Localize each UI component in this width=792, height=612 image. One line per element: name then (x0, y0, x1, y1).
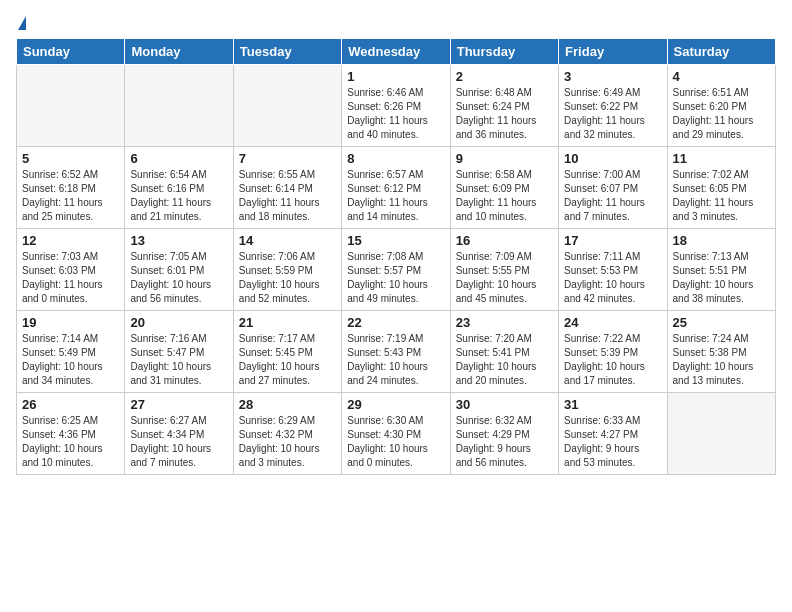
calendar-cell: 22Sunrise: 7:19 AM Sunset: 5:43 PM Dayli… (342, 311, 450, 393)
calendar-cell: 15Sunrise: 7:08 AM Sunset: 5:57 PM Dayli… (342, 229, 450, 311)
calendar-week-row: 5Sunrise: 6:52 AM Sunset: 6:18 PM Daylig… (17, 147, 776, 229)
calendar-cell: 7Sunrise: 6:55 AM Sunset: 6:14 PM Daylig… (233, 147, 341, 229)
day-info: Sunrise: 7:05 AM Sunset: 6:01 PM Dayligh… (130, 250, 227, 306)
day-info: Sunrise: 6:51 AM Sunset: 6:20 PM Dayligh… (673, 86, 770, 142)
day-info: Sunrise: 6:25 AM Sunset: 4:36 PM Dayligh… (22, 414, 119, 470)
weekday-header-friday: Friday (559, 39, 667, 65)
calendar-cell: 30Sunrise: 6:32 AM Sunset: 4:29 PM Dayli… (450, 393, 558, 475)
day-number: 9 (456, 151, 553, 166)
day-number: 14 (239, 233, 336, 248)
weekday-header-monday: Monday (125, 39, 233, 65)
weekday-header-wednesday: Wednesday (342, 39, 450, 65)
day-info: Sunrise: 6:32 AM Sunset: 4:29 PM Dayligh… (456, 414, 553, 470)
day-info: Sunrise: 7:11 AM Sunset: 5:53 PM Dayligh… (564, 250, 661, 306)
calendar-cell: 17Sunrise: 7:11 AM Sunset: 5:53 PM Dayli… (559, 229, 667, 311)
day-info: Sunrise: 6:33 AM Sunset: 4:27 PM Dayligh… (564, 414, 661, 470)
calendar-cell (667, 393, 775, 475)
calendar-cell: 23Sunrise: 7:20 AM Sunset: 5:41 PM Dayli… (450, 311, 558, 393)
day-info: Sunrise: 7:16 AM Sunset: 5:47 PM Dayligh… (130, 332, 227, 388)
day-number: 21 (239, 315, 336, 330)
calendar-cell: 20Sunrise: 7:16 AM Sunset: 5:47 PM Dayli… (125, 311, 233, 393)
page-container: SundayMondayTuesdayWednesdayThursdayFrid… (0, 0, 792, 483)
calendar-cell: 4Sunrise: 6:51 AM Sunset: 6:20 PM Daylig… (667, 65, 775, 147)
weekday-header-thursday: Thursday (450, 39, 558, 65)
day-number: 10 (564, 151, 661, 166)
day-info: Sunrise: 6:27 AM Sunset: 4:34 PM Dayligh… (130, 414, 227, 470)
day-info: Sunrise: 7:17 AM Sunset: 5:45 PM Dayligh… (239, 332, 336, 388)
calendar-cell: 26Sunrise: 6:25 AM Sunset: 4:36 PM Dayli… (17, 393, 125, 475)
calendar-cell: 9Sunrise: 6:58 AM Sunset: 6:09 PM Daylig… (450, 147, 558, 229)
day-info: Sunrise: 6:29 AM Sunset: 4:32 PM Dayligh… (239, 414, 336, 470)
day-number: 18 (673, 233, 770, 248)
calendar-week-row: 26Sunrise: 6:25 AM Sunset: 4:36 PM Dayli… (17, 393, 776, 475)
calendar-cell: 25Sunrise: 7:24 AM Sunset: 5:38 PM Dayli… (667, 311, 775, 393)
day-info: Sunrise: 6:48 AM Sunset: 6:24 PM Dayligh… (456, 86, 553, 142)
day-number: 25 (673, 315, 770, 330)
day-number: 20 (130, 315, 227, 330)
day-number: 2 (456, 69, 553, 84)
calendar-cell: 10Sunrise: 7:00 AM Sunset: 6:07 PM Dayli… (559, 147, 667, 229)
day-info: Sunrise: 6:46 AM Sunset: 6:26 PM Dayligh… (347, 86, 444, 142)
weekday-header-saturday: Saturday (667, 39, 775, 65)
day-number: 12 (22, 233, 119, 248)
day-info: Sunrise: 7:22 AM Sunset: 5:39 PM Dayligh… (564, 332, 661, 388)
calendar-cell: 3Sunrise: 6:49 AM Sunset: 6:22 PM Daylig… (559, 65, 667, 147)
day-number: 15 (347, 233, 444, 248)
logo-triangle-icon (18, 16, 26, 30)
calendar-cell: 21Sunrise: 7:17 AM Sunset: 5:45 PM Dayli… (233, 311, 341, 393)
day-info: Sunrise: 7:03 AM Sunset: 6:03 PM Dayligh… (22, 250, 119, 306)
calendar-header-row: SundayMondayTuesdayWednesdayThursdayFrid… (17, 39, 776, 65)
day-number: 17 (564, 233, 661, 248)
day-info: Sunrise: 7:14 AM Sunset: 5:49 PM Dayligh… (22, 332, 119, 388)
day-number: 5 (22, 151, 119, 166)
calendar-week-row: 1Sunrise: 6:46 AM Sunset: 6:26 PM Daylig… (17, 65, 776, 147)
calendar-cell: 1Sunrise: 6:46 AM Sunset: 6:26 PM Daylig… (342, 65, 450, 147)
calendar-cell: 8Sunrise: 6:57 AM Sunset: 6:12 PM Daylig… (342, 147, 450, 229)
calendar-cell: 19Sunrise: 7:14 AM Sunset: 5:49 PM Dayli… (17, 311, 125, 393)
day-info: Sunrise: 6:30 AM Sunset: 4:30 PM Dayligh… (347, 414, 444, 470)
day-info: Sunrise: 6:52 AM Sunset: 6:18 PM Dayligh… (22, 168, 119, 224)
day-number: 4 (673, 69, 770, 84)
calendar-cell: 2Sunrise: 6:48 AM Sunset: 6:24 PM Daylig… (450, 65, 558, 147)
calendar-cell: 6Sunrise: 6:54 AM Sunset: 6:16 PM Daylig… (125, 147, 233, 229)
calendar-cell: 28Sunrise: 6:29 AM Sunset: 4:32 PM Dayli… (233, 393, 341, 475)
day-number: 6 (130, 151, 227, 166)
calendar-table: SundayMondayTuesdayWednesdayThursdayFrid… (16, 38, 776, 475)
day-info: Sunrise: 6:57 AM Sunset: 6:12 PM Dayligh… (347, 168, 444, 224)
day-info: Sunrise: 7:20 AM Sunset: 5:41 PM Dayligh… (456, 332, 553, 388)
calendar-cell (125, 65, 233, 147)
day-info: Sunrise: 6:49 AM Sunset: 6:22 PM Dayligh… (564, 86, 661, 142)
day-number: 28 (239, 397, 336, 412)
day-number: 22 (347, 315, 444, 330)
header (16, 16, 776, 30)
calendar-cell: 31Sunrise: 6:33 AM Sunset: 4:27 PM Dayli… (559, 393, 667, 475)
weekday-header-tuesday: Tuesday (233, 39, 341, 65)
day-number: 16 (456, 233, 553, 248)
calendar-cell: 29Sunrise: 6:30 AM Sunset: 4:30 PM Dayli… (342, 393, 450, 475)
day-info: Sunrise: 7:02 AM Sunset: 6:05 PM Dayligh… (673, 168, 770, 224)
logo (16, 16, 26, 30)
day-number: 11 (673, 151, 770, 166)
day-number: 1 (347, 69, 444, 84)
calendar-cell (17, 65, 125, 147)
calendar-cell: 16Sunrise: 7:09 AM Sunset: 5:55 PM Dayli… (450, 229, 558, 311)
day-number: 24 (564, 315, 661, 330)
day-info: Sunrise: 6:55 AM Sunset: 6:14 PM Dayligh… (239, 168, 336, 224)
calendar-week-row: 12Sunrise: 7:03 AM Sunset: 6:03 PM Dayli… (17, 229, 776, 311)
calendar-cell: 24Sunrise: 7:22 AM Sunset: 5:39 PM Dayli… (559, 311, 667, 393)
day-info: Sunrise: 7:00 AM Sunset: 6:07 PM Dayligh… (564, 168, 661, 224)
calendar-week-row: 19Sunrise: 7:14 AM Sunset: 5:49 PM Dayli… (17, 311, 776, 393)
day-info: Sunrise: 7:13 AM Sunset: 5:51 PM Dayligh… (673, 250, 770, 306)
day-number: 31 (564, 397, 661, 412)
calendar-cell: 11Sunrise: 7:02 AM Sunset: 6:05 PM Dayli… (667, 147, 775, 229)
calendar-cell: 13Sunrise: 7:05 AM Sunset: 6:01 PM Dayli… (125, 229, 233, 311)
day-number: 8 (347, 151, 444, 166)
day-info: Sunrise: 7:08 AM Sunset: 5:57 PM Dayligh… (347, 250, 444, 306)
day-number: 13 (130, 233, 227, 248)
weekday-header-sunday: Sunday (17, 39, 125, 65)
day-info: Sunrise: 6:58 AM Sunset: 6:09 PM Dayligh… (456, 168, 553, 224)
day-info: Sunrise: 7:19 AM Sunset: 5:43 PM Dayligh… (347, 332, 444, 388)
calendar-cell: 14Sunrise: 7:06 AM Sunset: 5:59 PM Dayli… (233, 229, 341, 311)
calendar-cell: 18Sunrise: 7:13 AM Sunset: 5:51 PM Dayli… (667, 229, 775, 311)
day-info: Sunrise: 6:54 AM Sunset: 6:16 PM Dayligh… (130, 168, 227, 224)
